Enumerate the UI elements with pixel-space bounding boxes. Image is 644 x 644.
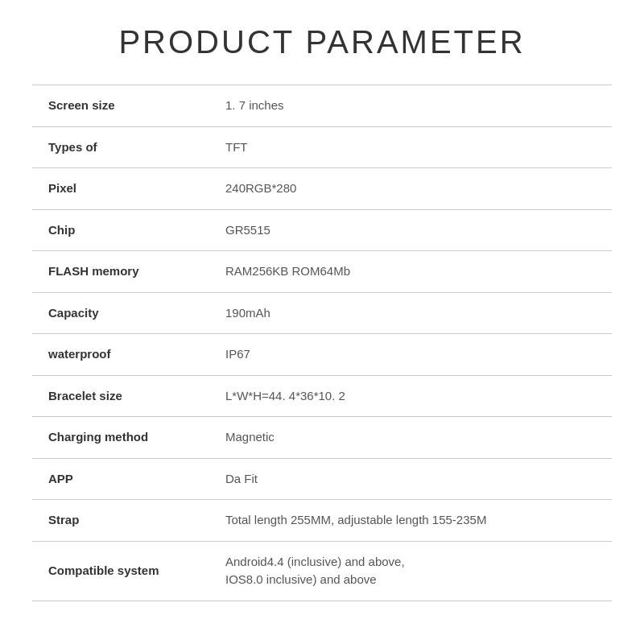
table-row: Screen size1. 7 inches	[32, 85, 612, 127]
param-value: IP67	[209, 334, 612, 376]
param-label: waterproof	[32, 334, 209, 376]
param-label: Screen size	[32, 85, 209, 127]
param-value: TFT	[209, 126, 612, 168]
table-row: waterproofIP67	[32, 334, 612, 376]
table-row: StrapTotal length 255MM, adjustable leng…	[32, 500, 612, 542]
table-row: Charging methodMagnetic	[32, 417, 612, 459]
param-value: 190mAh	[209, 292, 612, 334]
param-value: GR5515	[209, 209, 612, 251]
param-value: 240RGB*280	[209, 168, 612, 210]
table-row: Compatible systemAndroid4.4 (inclusive) …	[32, 541, 612, 601]
table-row: Capacity190mAh	[32, 292, 612, 334]
param-value: Da Fit	[209, 458, 612, 500]
param-value: Magnetic	[209, 417, 612, 459]
param-label: Types of	[32, 126, 209, 168]
param-value: RAM256KB ROM64Mb	[209, 251, 612, 293]
table-row: Types ofTFT	[32, 126, 612, 168]
param-label: Pixel	[32, 168, 209, 210]
param-label: Capacity	[32, 292, 209, 334]
page-title: PRODUCT PARAMETER	[118, 24, 525, 60]
param-label: Compatible system	[32, 541, 209, 601]
param-label: Chip	[32, 209, 209, 251]
param-label: Bracelet size	[32, 375, 209, 417]
param-label: Charging method	[32, 417, 209, 459]
param-label: APP	[32, 458, 209, 500]
table-row: Pixel240RGB*280	[32, 168, 612, 210]
param-label: Strap	[32, 500, 209, 542]
param-label: FLASH memory	[32, 251, 209, 293]
param-value: Total length 255MM, adjustable length 15…	[209, 500, 612, 542]
param-value: 1. 7 inches	[209, 85, 612, 127]
product-parameter-table: Screen size1. 7 inchesTypes ofTFTPixel24…	[32, 85, 612, 601]
table-row: APPDa Fit	[32, 458, 612, 500]
param-value: L*W*H=44. 4*36*10. 2	[209, 375, 612, 417]
param-value: Android4.4 (inclusive) and above,IOS8.0 …	[209, 541, 612, 601]
table-row: ChipGR5515	[32, 209, 612, 251]
table-row: Bracelet sizeL*W*H=44. 4*36*10. 2	[32, 375, 612, 417]
table-row: FLASH memoryRAM256KB ROM64Mb	[32, 251, 612, 293]
